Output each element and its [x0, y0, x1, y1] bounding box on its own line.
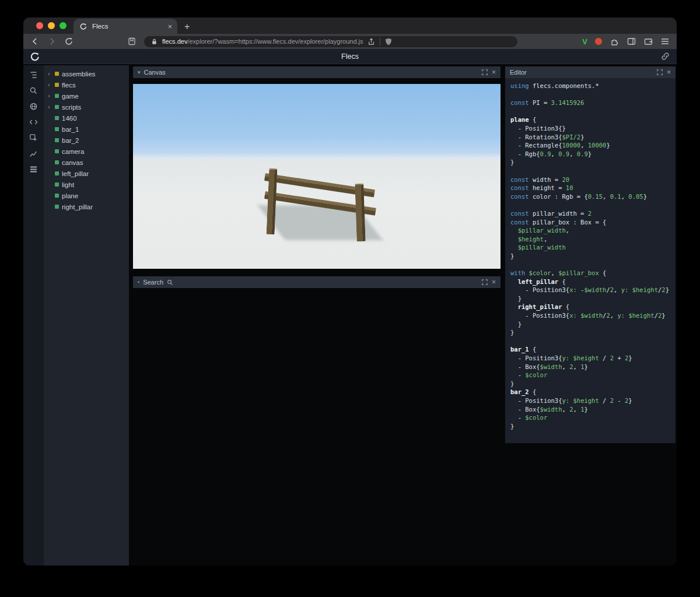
editor-code[interactable]: using flecs.components.* const PI = 3.14… [510, 82, 676, 430]
tree-item-game[interactable]: ›game [44, 90, 129, 101]
tree-item-scripts[interactable]: ›scripts [44, 101, 129, 113]
code-line: - Box{$width, 2, 1} [510, 363, 676, 371]
code-icon[interactable] [27, 117, 41, 127]
code-token: - Rotation3{ [510, 134, 562, 141]
browser-tab[interactable]: Flecs × [74, 19, 177, 34]
tree-item-left_pillar[interactable]: ›left_pillar [44, 168, 129, 179]
code-line: - Position3{x: $width/2, y: $height/2} [510, 311, 676, 320]
expand-chevron-icon[interactable]: › [48, 104, 52, 110]
back-button[interactable] [30, 37, 40, 46]
rows-icon[interactable] [27, 164, 41, 174]
code-token: { [529, 116, 537, 123]
entity-label: right_pillar [62, 203, 93, 210]
code-token: - Position3{} [510, 125, 566, 132]
expand-panel-icon[interactable] [481, 279, 488, 286]
side-panel-icon[interactable] [626, 37, 636, 46]
code-token: plane [510, 116, 529, 123]
code-token: $color [525, 371, 547, 378]
entity-color-swatch [55, 72, 59, 76]
inspect-icon[interactable] [27, 133, 41, 142]
tree-item-bar_2[interactable]: ›bar_2 [44, 135, 129, 146]
entity-label: bar_2 [62, 137, 79, 144]
url-bar[interactable]: flecs.dev/explorer/?wasm=https://www.fle… [144, 36, 517, 47]
close-panel-icon[interactable]: × [667, 69, 671, 76]
code-token: 10 [566, 184, 573, 191]
canvas-panel-header[interactable]: ▾ Canvas × [133, 66, 501, 78]
entity-color-swatch [55, 160, 59, 164]
code-token: $pillar_width [510, 227, 566, 234]
close-panel-icon[interactable]: × [492, 279, 496, 286]
code-token: right_pillar [510, 303, 562, 310]
entity-label: 1460 [62, 115, 77, 122]
tree-item-right_pillar[interactable]: ›right_pillar [44, 201, 129, 212]
code-line: - Position3{x: -$width/2, y: $height/2} [510, 286, 676, 294]
code-line [510, 337, 676, 346]
expand-chevron-icon[interactable]: › [48, 82, 52, 88]
entity-color-swatch [55, 127, 59, 131]
tree-item-bar_1[interactable]: ›bar_1 [44, 124, 129, 135]
wallet-icon[interactable] [643, 37, 653, 46]
zoom-window-button[interactable] [60, 22, 66, 29]
stats-icon[interactable] [27, 149, 41, 158]
code-line: const color : Rgb = {0.15, 0.1, 0.05} [510, 192, 676, 201]
panel-collapse-icon[interactable]: ▾ [138, 69, 141, 75]
code-token: left_pillar [510, 278, 558, 285]
tree-item-plane[interactable]: ›plane [44, 190, 129, 201]
search-panel-title: Search [143, 279, 163, 286]
expand-panel-icon[interactable] [656, 69, 663, 76]
entity-color-swatch [55, 205, 59, 209]
menu-hamburger-icon[interactable] [660, 37, 670, 46]
tab-title: Flecs [92, 23, 163, 30]
navigation-bar: flecs.dev/explorer/?wasm=https://www.fle… [23, 34, 677, 49]
search-panel-header[interactable]: • Search × [133, 276, 501, 288]
tab-close-icon[interactable]: × [167, 23, 172, 30]
reload-button[interactable] [64, 37, 74, 46]
expand-panel-icon[interactable] [481, 69, 488, 76]
code-token: 0.9 [540, 150, 551, 157]
tree-item-1460[interactable]: ›1460 [44, 113, 129, 124]
code-line: const pillar_box : Box = { [510, 218, 676, 227]
code-token: const [510, 176, 533, 183]
code-token: - Position3{ [510, 286, 569, 293]
code-token: - Position3{ [510, 312, 569, 319]
tree-item-canvas[interactable]: ›canvas [44, 157, 129, 168]
expand-chevron-icon[interactable]: › [48, 93, 52, 99]
tab-bar: Flecs × + [23, 17, 677, 34]
tree-item-assemblies[interactable]: ›assemblies [44, 68, 129, 79]
code-token: $color [529, 269, 551, 276]
entity-label: bar_1 [62, 126, 79, 133]
code-line: } [510, 328, 676, 337]
minimize-window-button[interactable] [48, 22, 55, 29]
code-token: 0.9 [558, 150, 569, 157]
editor-panel-header[interactable]: Editor × [505, 66, 676, 78]
panel-collapse-icon[interactable]: • [138, 279, 139, 285]
editor-panel-body: using flecs.components.* const PI = 3.14… [505, 78, 676, 443]
new-tab-button[interactable]: + [184, 22, 190, 31]
red-extension-icon[interactable] [595, 38, 602, 45]
canvas-viewport[interactable] [133, 84, 501, 269]
code-token: flecs.components.* [533, 82, 599, 89]
code-token: } [628, 354, 632, 361]
tree-item-light[interactable]: ›light [44, 179, 129, 190]
expand-chevron-icon[interactable]: › [48, 71, 52, 77]
code-token: y: [562, 397, 570, 404]
brave-shield-icon[interactable] [384, 37, 393, 46]
v-extension-icon[interactable]: V [582, 37, 587, 46]
tree-item-camera[interactable]: ›camera [44, 146, 129, 157]
tree-item-flecs[interactable]: ›flecs [44, 79, 129, 90]
code-token: } [510, 159, 514, 166]
code-token: + [614, 354, 625, 361]
globe-icon[interactable] [27, 101, 41, 111]
share-icon[interactable] [367, 37, 376, 46]
code-line: - Position3{y: $height / 2 - 2} [510, 396, 676, 405]
code-token: } [510, 423, 514, 430]
search-icon[interactable] [27, 86, 41, 95]
forward-button[interactable] [47, 37, 57, 46]
close-window-button[interactable] [36, 22, 43, 29]
close-panel-icon[interactable]: × [492, 69, 496, 76]
entity-tree-icon[interactable] [27, 70, 41, 79]
code-line: - Box{$width, 2, 1} [510, 405, 676, 414]
bookmark-sidebar-icon[interactable] [127, 37, 136, 46]
puzzle-extensions-icon[interactable] [610, 37, 619, 46]
code-token: - Position3{ [510, 354, 562, 361]
